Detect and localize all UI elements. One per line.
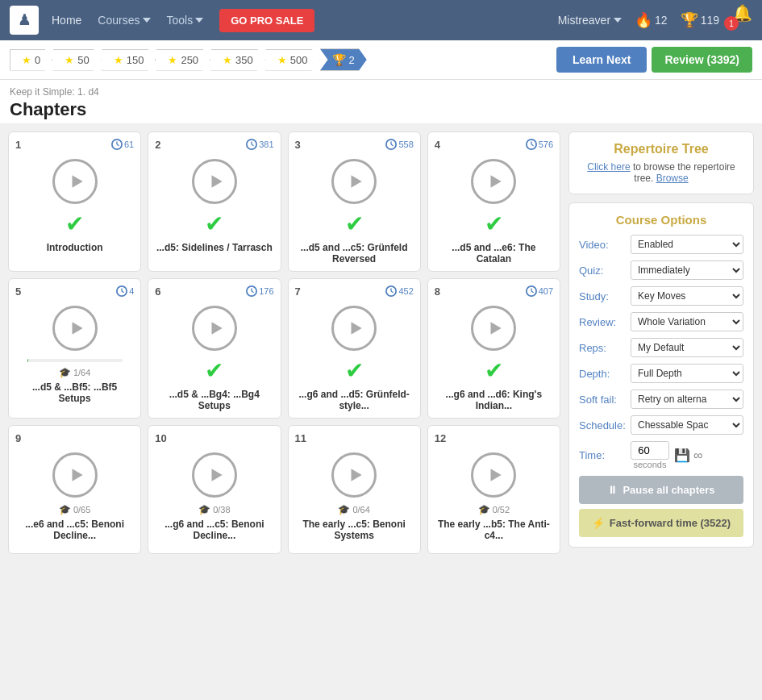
- review-button[interactable]: Review (3392): [652, 47, 752, 73]
- fast-forward-button[interactable]: ⚡ Fast-forward time (3522): [579, 509, 743, 537]
- svg-marker-34: [352, 469, 362, 481]
- star-250[interactable]: ★250: [156, 49, 210, 71]
- svg-marker-35: [491, 469, 502, 481]
- play-button[interactable]: [471, 159, 516, 204]
- card-header: 7 452: [295, 285, 414, 298]
- star-150[interactable]: ★150: [102, 49, 156, 71]
- card-number: 5: [15, 285, 21, 298]
- click-here-link[interactable]: Click here: [587, 161, 630, 173]
- depth-select[interactable]: Full Depth 1 move2 moves3 moves: [631, 364, 743, 383]
- video-select[interactable]: Enabled Disabled: [631, 235, 743, 254]
- quiz-select[interactable]: Immediately After video Never: [631, 260, 743, 280]
- stars-bar: ★0 ★50 ★150 ★250 ★350 ★500 🏆2: [10, 48, 552, 71]
- flame-stat: 🔥 12: [635, 11, 668, 29]
- svg-marker-23: [211, 322, 222, 334]
- browse-link[interactable]: Browse: [656, 173, 689, 184]
- card-number: 7: [295, 285, 301, 298]
- review-select[interactable]: Whole Variation Just Move None: [631, 312, 743, 331]
- card-title: The early ...c5: Benoni Systems: [295, 519, 414, 541]
- reps-select[interactable]: My Default 1235: [631, 338, 743, 357]
- nav-courses[interactable]: Courses: [98, 14, 150, 27]
- play-button[interactable]: [52, 159, 98, 204]
- softfail-select[interactable]: Retry on alterna Move on Count as fail: [631, 390, 743, 409]
- completed-checkmark: ✔: [205, 357, 223, 384]
- play-button[interactable]: [192, 306, 237, 351]
- card-title: The early ...b5: The Anti-c4...: [435, 519, 553, 541]
- chapter-card-11[interactable]: 11 🎓 0/64 The early ...c5: Benoni System…: [288, 425, 421, 554]
- chapter-card-3[interactable]: 3 558 ✔ ...d5 and ...c5: Grünfeld Revers…: [288, 131, 421, 272]
- site-logo[interactable]: ♟: [10, 6, 39, 35]
- user-menu[interactable]: Mistreaver: [558, 14, 622, 27]
- play-button[interactable]: [471, 306, 516, 351]
- chapter-card-4[interactable]: 4 576 ✔ ...d5 and ...e6: The Catalan: [427, 131, 560, 272]
- time-unit: seconds: [634, 460, 667, 469]
- play-button[interactable]: [52, 306, 98, 351]
- play-button[interactable]: [331, 452, 377, 498]
- card-title: ...d5: Sidelines / Tarrasch: [156, 242, 273, 253]
- chapter-card-12[interactable]: 12 🎓 0/52 The early ...b5: The Anti-c4..…: [427, 425, 560, 554]
- card-progress: 🎓 1/64: [59, 367, 90, 378]
- play-button[interactable]: [192, 159, 237, 204]
- chapter-card-6[interactable]: 6 176 ✔ ...d5 & ...Bg4: ...Bg4 Setups: [148, 278, 281, 419]
- card-header: 4 576: [435, 139, 553, 151]
- chapter-card-2[interactable]: 2 381 ✔ ...d5: Sidelines / Tarrasch: [148, 131, 281, 272]
- card-timer: 176: [246, 285, 273, 297]
- video-row: Video: Enabled Disabled: [579, 235, 743, 254]
- play-button[interactable]: [331, 159, 377, 204]
- review-row: Review: Whole Variation Just Move None: [579, 312, 743, 331]
- course-options-box: Course Options Video: Enabled Disabled Q…: [568, 202, 754, 548]
- card-number: 11: [295, 432, 306, 444]
- svg-line-26: [391, 291, 393, 293]
- breadcrumb: Keep it Simple: 1. d4: [10, 86, 752, 98]
- go-pro-button[interactable]: GO PRO SALE: [219, 9, 314, 32]
- stars-action-bar: ★0 ★50 ★150 ★250 ★350 ★500 🏆2 Learn Next…: [0, 40, 762, 80]
- study-select[interactable]: Key Moves All Moves None: [631, 286, 743, 306]
- play-button[interactable]: [331, 306, 377, 351]
- study-row: Study: Key Moves All Moves None: [579, 286, 743, 306]
- nav-home[interactable]: Home: [52, 14, 81, 27]
- chapter-card-7[interactable]: 7 452 ✔ ...g6 and ...d5: Grünfeld-style.…: [288, 278, 421, 419]
- card-header: 3 558: [295, 139, 414, 151]
- sidebar: Repertoire Tree Click here to browse the…: [568, 131, 754, 680]
- notification-bell[interactable]: 🔔 1: [732, 3, 752, 37]
- time-input[interactable]: [631, 441, 669, 460]
- card-number: 8: [435, 285, 440, 298]
- card-timer: 452: [385, 285, 413, 297]
- repertoire-tree-box: Repertoire Tree Click here to browse the…: [568, 131, 754, 194]
- star-trophy[interactable]: 🏆2: [320, 48, 367, 71]
- nav-tools[interactable]: Tools: [167, 14, 204, 27]
- chapter-card-10[interactable]: 10 🎓 0/38 ...g6 and ...c5: Benoni Declin…: [148, 425, 281, 554]
- card-number: 4: [435, 139, 440, 151]
- softfail-label: Soft fail:: [579, 394, 626, 406]
- completed-checkmark: ✔: [65, 210, 84, 237]
- star-50[interactable]: ★50: [52, 49, 101, 71]
- completed-checkmark: ✔: [485, 357, 503, 384]
- play-button[interactable]: [52, 452, 98, 498]
- play-button[interactable]: [192, 452, 237, 498]
- star-500[interactable]: ★500: [265, 49, 320, 71]
- star-350[interactable]: ★350: [210, 49, 265, 71]
- card-header: 12: [435, 432, 553, 444]
- quiz-label: Quiz:: [579, 265, 626, 277]
- mortar-icon: 🎓: [478, 504, 490, 515]
- review-label: Review:: [579, 316, 626, 328]
- card-timer: 407: [526, 285, 553, 297]
- reps-label: Reps:: [579, 342, 626, 354]
- pause-all-chapters-button[interactable]: ⏸ Pause all chapters: [579, 476, 743, 504]
- chapter-card-1[interactable]: 1 61 ✔ Introduction: [8, 131, 141, 272]
- play-button[interactable]: [471, 452, 516, 498]
- chapter-card-8[interactable]: 8 407 ✔ ...g6 and ...d6: King's Indian..…: [427, 278, 560, 419]
- star-0[interactable]: ★0: [10, 49, 52, 71]
- schedule-select[interactable]: Chessable Spac SM-2 Anki: [631, 415, 743, 435]
- chapter-card-5[interactable]: 5 4 🎓 1/64: [8, 278, 141, 419]
- schedule-label: Schedule:: [579, 419, 626, 431]
- time-infinity-icon[interactable]: ∞: [693, 448, 702, 463]
- card-number: 1: [15, 139, 21, 151]
- learn-next-button[interactable]: Learn Next: [556, 47, 647, 73]
- time-save-icon[interactable]: 💾: [674, 448, 690, 463]
- card-title: ...d5 & ...Bf5: ...Bf5 Setups: [15, 381, 134, 404]
- card-progress: 🎓 0/65: [59, 504, 90, 515]
- svg-marker-27: [352, 322, 362, 334]
- chapter-card-9[interactable]: 9 🎓 0/65 ...e6 and ...c5: Benoni Decline…: [8, 425, 141, 554]
- card-header: 11: [295, 432, 414, 444]
